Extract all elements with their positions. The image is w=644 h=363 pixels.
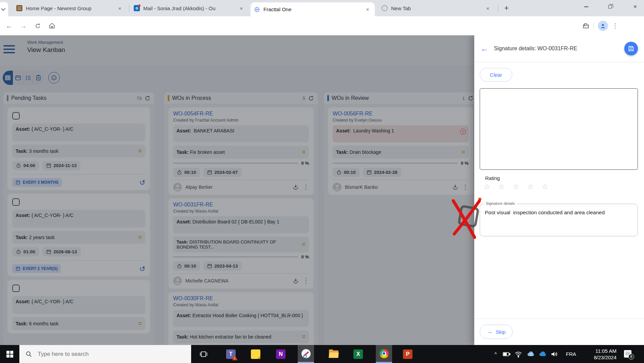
- reload-icon[interactable]: [33, 21, 43, 31]
- floppy-save-icon: [628, 45, 634, 52]
- cloud-sync-icon: [527, 350, 535, 359]
- fracttal-favicon-icon: [254, 6, 260, 13]
- tab-home-page[interactable]: Home Page - Newrest Group ×: [13, 0, 127, 16]
- search-input[interactable]: [38, 351, 167, 358]
- search-icon: [25, 351, 32, 358]
- file-explorer-icon: [329, 350, 338, 358]
- panel-title: Signature details: WO-0031FR-RE: [494, 46, 619, 52]
- tab-mail-outlook[interactable]: o Mail - Sonia Jrad (Akkodis) - Ou ×: [130, 0, 249, 16]
- arrow-right-icon: →: [487, 328, 493, 335]
- save-button[interactable]: [624, 42, 638, 55]
- powerpoint-button[interactable]: P: [400, 345, 416, 363]
- tab-separator: [129, 5, 129, 12]
- field-label: Signature details: [484, 201, 517, 205]
- teams-icon: T!: [226, 349, 236, 359]
- snipping-tool-icon: [301, 349, 311, 358]
- clock-time: 11:05 AM: [594, 348, 617, 354]
- browser-menu-kebab-icon[interactable]: ⋮: [612, 22, 618, 30]
- signature-canvas[interactable]: [480, 88, 638, 170]
- panel-header: ← Signature details: WO-0031FR-RE: [474, 35, 644, 62]
- window-minimize-button[interactable]: [578, 0, 594, 14]
- tab-title: Fracttal One: [263, 6, 361, 12]
- volume-indicator[interactable]: [550, 345, 559, 363]
- excel-button[interactable]: X: [350, 345, 366, 363]
- powerpoint-icon: P: [403, 349, 412, 359]
- tab-close-icon[interactable]: ×: [364, 6, 371, 13]
- tab-close-icon[interactable]: ×: [238, 4, 245, 12]
- chrome-favicon-icon: [382, 5, 388, 11]
- tray-expand-button[interactable]: ^: [492, 345, 500, 363]
- tab-close-icon[interactable]: ×: [116, 4, 124, 12]
- back-arrow-icon[interactable]: ←: [480, 44, 489, 53]
- newrest-favicon-icon: [16, 5, 22, 11]
- chrome-button[interactable]: [376, 345, 392, 363]
- network-indicator[interactable]: [514, 345, 522, 363]
- battery-icon: [502, 350, 511, 358]
- warning-icon: !: [232, 356, 238, 360]
- home-icon[interactable]: [47, 21, 57, 31]
- browser-address-bar: ← → app.fracttal.com/tasks/wo ☆: [0, 16, 644, 35]
- task-view-icon: [200, 350, 208, 358]
- tab-close-icon[interactable]: ×: [484, 4, 492, 12]
- back-icon[interactable]: ←: [4, 21, 14, 31]
- sync-indicator[interactable]: [527, 345, 535, 363]
- onenote-icon: N: [276, 349, 286, 359]
- windows-logo-icon: [6, 351, 13, 358]
- new-tab-button[interactable]: +: [502, 3, 511, 13]
- excel-icon: X: [353, 349, 363, 359]
- skip-button[interactable]: → Skip: [480, 325, 513, 339]
- start-button[interactable]: [0, 345, 19, 363]
- chevron-down-icon: [1, 6, 5, 11]
- tab-fracttal-one-active[interactable]: Fracttal One ×: [251, 2, 375, 16]
- signature-panel: ← Signature details: WO-0031FR-RE Clear …: [474, 35, 644, 345]
- window-restore-button[interactable]: [602, 0, 618, 14]
- sticky-notes-icon: [251, 349, 260, 359]
- tab-title: Home Page - Newrest Group: [26, 5, 113, 11]
- tab-title: New Tab: [391, 5, 481, 11]
- outlook-favicon-icon: o: [134, 5, 140, 11]
- windows-taskbar: T! N X P ^: [0, 345, 644, 363]
- chevron-up-icon: ^: [495, 351, 497, 357]
- language-indicator[interactable]: FRA: [564, 345, 578, 363]
- field-value[interactable]: Post visual inspection conducted and are…: [480, 204, 638, 221]
- action-center-button[interactable]: 8: [624, 345, 633, 363]
- tab-new-tab[interactable]: New Tab ×: [378, 0, 495, 16]
- panel-footer: → Skip: [474, 319, 644, 345]
- task-view-button[interactable]: [196, 345, 212, 363]
- onedrive-indicator[interactable]: [538, 345, 547, 363]
- taskbar-clock[interactable]: 11:05 AM8/23/2024: [581, 345, 617, 363]
- signature-details-field[interactable]: Signature details Post visual inspection…: [480, 204, 638, 236]
- profile-avatar[interactable]: [598, 21, 608, 31]
- toolbar-separator: [593, 22, 594, 30]
- teams-button[interactable]: T!: [223, 345, 239, 363]
- taskbar-search[interactable]: [19, 345, 191, 363]
- stamp-cursor-icon: [457, 205, 480, 228]
- file-explorer-button[interactable]: [326, 345, 342, 363]
- window-close-button[interactable]: ×: [627, 0, 643, 14]
- onenote-button[interactable]: N: [273, 345, 289, 363]
- required-dot: [478, 198, 481, 201]
- sticky-notes-button[interactable]: [247, 345, 264, 363]
- battery-indicator[interactable]: [502, 345, 511, 363]
- chrome-icon: [380, 349, 389, 358]
- wifi-icon: [514, 350, 522, 358]
- notification-icon: 8: [624, 350, 633, 358]
- rating-label: Rating: [485, 175, 500, 181]
- tab-title: Mail - Sonia Jrad (Akkodis) - Ou: [143, 5, 234, 11]
- tab-search-button[interactable]: [0, 2, 8, 16]
- fracttal-app: Work Management View Kanban: [0, 35, 644, 345]
- speaker-icon: [550, 350, 559, 359]
- screen: Home Page - Newrest Group × o Mail - Son…: [0, 0, 644, 363]
- onedrive-cloud-icon: [538, 350, 547, 359]
- browser-tab-strip: Home Page - Newrest Group × o Mail - Son…: [0, 0, 644, 16]
- snipping-tool-button[interactable]: [298, 345, 314, 363]
- extensions-puzzle-icon[interactable]: [582, 22, 589, 30]
- notification-badge: 8: [628, 354, 634, 360]
- tab-separator: [498, 5, 498, 12]
- clock-date: 8/23/2024: [594, 354, 617, 361]
- clear-button[interactable]: Clear: [480, 68, 512, 81]
- forward-icon[interactable]: →: [18, 21, 29, 31]
- rating-stars[interactable]: ☆ ☆ ☆ ☆ ☆: [484, 183, 551, 191]
